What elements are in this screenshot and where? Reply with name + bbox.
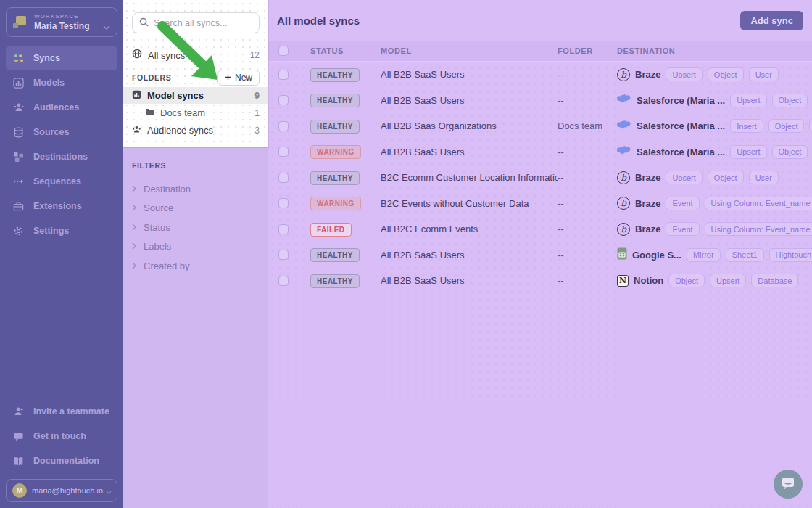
row-checkbox[interactable] [278,224,289,234]
table-row[interactable]: HEALTHY All B2B SaaS Users -- N Notion O… [268,268,812,294]
sidebar-item-sources[interactable]: Sources [6,120,117,144]
documentation-link[interactable]: Documentation [6,448,117,473]
row-checkbox[interactable] [278,173,289,183]
row-checkbox[interactable] [278,121,289,131]
row-checkbox[interactable] [278,70,289,80]
braze-icon: b [617,68,630,81]
config-pill: Insert [730,119,763,133]
table-row[interactable]: HEALTHY B2C Ecomm Customer Location Info… [268,165,812,191]
footer-item-label: Get in touch [33,431,86,441]
audience-syncs-icon [132,125,141,136]
table-row[interactable]: HEALTHY All B2B Saas Organizations Docs … [268,113,812,139]
sidebar-footer: Invite a teammate Get in touch Documenta… [0,399,123,508]
header-destination: DESTINATION [617,46,812,55]
sidebar-item-audiences[interactable]: Audiences [6,95,117,120]
salesforce-icon [617,94,631,107]
filter-source[interactable]: Source [132,200,260,218]
chevron-right-icon [132,184,136,194]
sidebar-item-sequences[interactable]: Sequences [6,169,117,194]
workspace-switcher[interactable]: WORKSPACE Maria Testing [6,7,117,37]
folder-item-label: Audience syncs [147,125,213,136]
salesforce-icon [617,120,631,133]
table-row[interactable]: WARNING All B2B SaaS Users -- Salesforce… [268,139,812,165]
config-pill: Object [768,119,805,133]
get-in-touch-button[interactable]: Get in touch [6,424,117,448]
folder-value: -- [558,172,617,183]
chevron-right-icon [132,202,136,213]
row-checkbox[interactable] [278,276,289,286]
search-box[interactable] [132,12,260,33]
plus-icon [225,73,231,83]
row-checkbox[interactable] [278,198,289,208]
config-pill: Mirror [687,248,721,262]
folder-item-model-syncs[interactable]: Model syncs 9 [123,87,268,104]
folder-item-audience-syncs[interactable]: Audience syncs 3 [123,122,268,139]
sidebar-item-label: Syncs [33,53,60,63]
add-sync-button[interactable]: Add sync [740,11,803,30]
audiences-icon [12,102,25,114]
book-icon [12,455,25,467]
sidebar-item-models[interactable]: Models [6,70,117,95]
filters-panel: FILTERS Destination Source Status Labels… [123,147,268,508]
invite-teammate-button[interactable]: Invite a teammate [6,399,117,424]
config-pill: Account [809,119,812,133]
search-input[interactable] [154,18,252,28]
filter-created-by[interactable]: Created by [132,257,260,275]
model-name: B2C Events without Customer Data [381,198,558,209]
header-model: MODEL [381,46,558,55]
destinations-icon [12,151,25,163]
sidebar-item-destinations[interactable]: Destinations [6,144,117,169]
config-pill: Database [751,274,798,287]
row-checkbox[interactable] [278,250,289,260]
folder-value: -- [558,250,617,261]
folder-item-docs-team[interactable]: Docs team 1 [123,105,268,121]
sidebar-item-extensions[interactable]: Extensions [6,194,117,218]
status-badge: HEALTHY [310,120,360,134]
account-menu[interactable]: M maria@hightouch.io [6,479,117,502]
chevron-right-icon [132,241,136,252]
sidebar-item-syncs[interactable]: Syncs [6,46,117,70]
table-row[interactable]: WARNING B2C Events without Customer Data… [268,191,812,217]
config-pill: Object [708,171,744,184]
folder-value: -- [558,147,617,157]
gear-icon [12,225,25,237]
config-pill: Upsert [666,171,702,184]
config-pill: Using Column: Event_name [705,222,812,236]
salesforce-icon [617,145,631,158]
table-row[interactable]: FAILED All B2C Ecomm Events -- b Braze E… [268,216,812,242]
table-row[interactable]: HEALTHY All B2B SaaS Users -- Google S..… [268,242,812,269]
row-checkbox[interactable] [278,147,289,157]
filter-labels[interactable]: Labels [132,238,260,256]
select-all-checkbox[interactable] [278,46,289,56]
folder-item-count: 1 [254,108,260,118]
folder-value: -- [558,95,617,106]
chat-launcher-button[interactable] [774,470,803,499]
sequences-icon [12,176,25,188]
sidebar-item-label: Sequences [33,176,81,187]
destination-name: Notion [634,275,663,286]
filter-destination[interactable]: Destination [132,180,260,198]
table-row[interactable]: HEALTHY All B2B SaaS Users -- Salesforce… [268,88,812,114]
folders-section-label: FOLDERS [132,73,171,82]
chat-icon [12,430,25,443]
sidebar-item-settings[interactable]: Settings [6,218,117,243]
table-row[interactable]: HEALTHY All B2B SaaS Users -- b Braze Up… [268,62,812,88]
status-badge: HEALTHY [310,274,360,288]
folder-value: Docs team [558,120,617,131]
destination-cell: b Braze Event Using Column: Event_name [617,197,812,210]
header-status: STATUS [310,46,381,55]
filter-status[interactable]: Status [132,218,260,237]
main-content: All model syncs Add sync STATUS MODEL FO… [268,0,812,508]
row-checkbox[interactable] [278,95,289,105]
new-folder-button[interactable]: New [218,70,260,86]
model-name: All B2B SaaS Users [381,69,558,80]
chevron-down-icon [106,484,112,497]
destination-name: Salesforce (Maria ... [637,95,725,106]
destination-name: Braze [635,69,660,80]
config-pill: User [749,171,779,184]
notion-icon: N [617,275,629,287]
braze-icon: b [617,223,630,236]
folder-item-count: 9 [254,91,260,101]
filter-label: Destination [144,184,191,194]
all-syncs-item[interactable]: All syncs 12 [132,46,260,65]
